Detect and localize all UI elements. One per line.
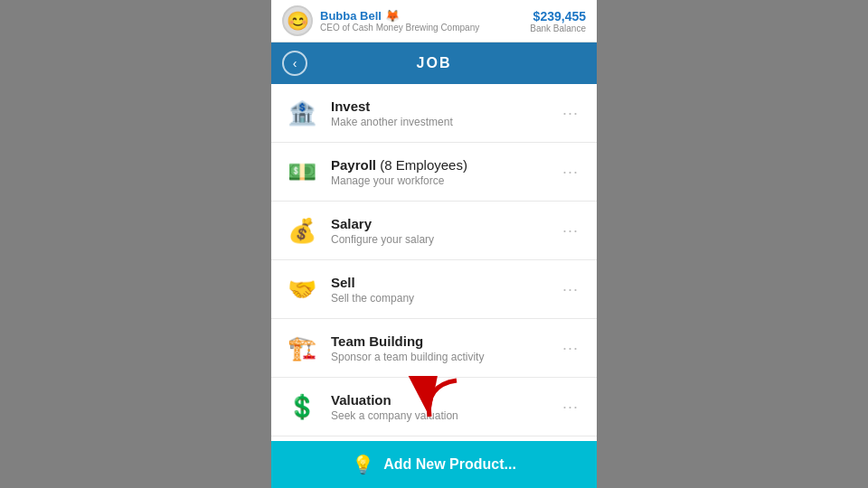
valuation-subtitle: Seek a company valuation (331, 409, 557, 422)
payroll-icon: 💵 (284, 154, 320, 190)
payroll-subtitle: Manage your workforce (331, 174, 557, 187)
invest-title: Invest (331, 99, 557, 114)
menu-item-sell[interactable]: 🤝SellSell the company··· (271, 260, 597, 319)
valuation-title: Valuation (331, 392, 557, 408)
back-button[interactable]: ‹ (282, 51, 307, 76)
lightbulb-icon: 💡 (352, 454, 374, 475)
sell-icon: 🤝 (284, 271, 320, 307)
phone-container: 😊 Bubba Bell 🦊 CEO of Cash Money Brewing… (271, 0, 597, 488)
bank-balance: $239,455 Bank Balance (530, 9, 586, 33)
sell-subtitle: Sell the company (331, 292, 557, 305)
team-building-subtitle: Sponsor a team building activity (331, 351, 557, 363)
menu-item-invest[interactable]: 🏦InvestMake another investment··· (271, 84, 597, 143)
menu-item-valuation[interactable]: 💲ValuationSeek a company valuation··· (271, 378, 597, 436)
top-bar: 😊 Bubba Bell 🦊 CEO of Cash Money Brewing… (271, 0, 597, 42)
nav-bar: ‹ JOB (271, 42, 597, 84)
user-info: Bubba Bell 🦊 CEO of Cash Money Brewing C… (320, 9, 479, 33)
salary-subtitle: Configure your salary (331, 233, 557, 246)
menu-item-salary[interactable]: 💰SalaryConfigure your salary··· (271, 202, 597, 260)
invest-icon: 🏦 (284, 95, 320, 131)
payroll-text: Payroll (8 Employees)Manage your workfor… (331, 157, 557, 187)
user-title: CEO of Cash Money Brewing Company (320, 23, 479, 33)
valuation-icon: 💲 (284, 389, 320, 425)
user-name: Bubba Bell 🦊 (320, 9, 479, 23)
menu-list: 🏦InvestMake another investment···💵Payrol… (271, 84, 597, 441)
payroll-more-button[interactable]: ··· (557, 159, 584, 185)
invest-text: InvestMake another investment (331, 99, 557, 128)
add-product-label: Add New Product... (383, 456, 516, 473)
valuation-more-button[interactable]: ··· (557, 394, 584, 420)
add-product-button[interactable]: 💡 Add New Product... (271, 441, 597, 488)
team-building-text: Team BuildingSponsor a team building act… (331, 333, 557, 363)
balance-label: Bank Balance (530, 23, 586, 33)
valuation-text: ValuationSeek a company valuation (331, 392, 557, 422)
invest-more-button[interactable]: ··· (557, 100, 584, 127)
top-bar-left: 😊 Bubba Bell 🦊 CEO of Cash Money Brewing… (282, 5, 479, 36)
menu-item-team-building[interactable]: 🏗️Team BuildingSponsor a team building a… (271, 319, 597, 378)
invest-subtitle: Make another investment (331, 116, 557, 128)
menu-item-payroll[interactable]: 💵Payroll (8 Employees)Manage your workfo… (271, 143, 597, 202)
team-building-more-button[interactable]: ··· (557, 335, 584, 361)
team-building-icon: 🏗️ (284, 330, 320, 366)
salary-more-button[interactable]: ··· (557, 218, 584, 244)
payroll-title: Payroll (8 Employees) (331, 157, 557, 173)
sell-title: Sell (331, 275, 557, 290)
team-building-title: Team Building (331, 333, 557, 349)
salary-icon: 💰 (284, 212, 320, 249)
salary-title: Salary (331, 216, 557, 231)
avatar: 😊 (282, 5, 313, 36)
sell-more-button[interactable]: ··· (557, 277, 584, 303)
balance-amount: $239,455 (530, 9, 586, 23)
nav-title: JOB (417, 55, 452, 71)
sell-text: SellSell the company (331, 275, 557, 305)
salary-text: SalaryConfigure your salary (331, 216, 557, 246)
